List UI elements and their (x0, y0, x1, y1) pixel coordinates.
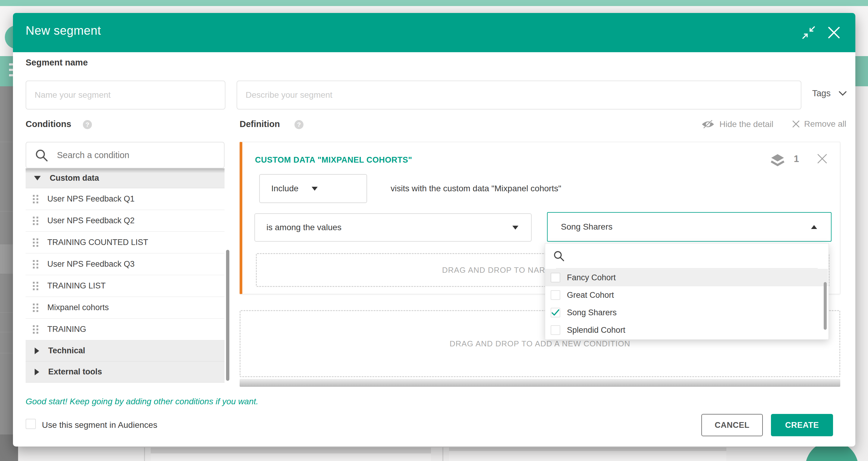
condition-item[interactable]: TRAINING LIST (26, 275, 224, 297)
include-value: Include (271, 184, 299, 193)
panel-divider (556, 268, 818, 268)
condition-item[interactable]: Mixpanel cohorts (26, 297, 224, 319)
eye-slash-icon (701, 119, 715, 129)
background-divider (442, 448, 443, 461)
conditions-scrollbar[interactable] (226, 250, 229, 381)
condition-item-label: User NPS Feedback Q2 (47, 216, 135, 225)
triangle-down-icon (34, 176, 41, 180)
background-card-header (151, 448, 431, 454)
background-card-body (449, 451, 726, 461)
cohort-option-label: Fancy Cohort (567, 273, 616, 282)
segment-name-label: Segment name (26, 58, 88, 67)
close-icon[interactable] (828, 26, 840, 39)
triangle-right-icon (35, 348, 39, 354)
check-icon (552, 309, 559, 316)
cohort-search-input[interactable] (569, 249, 806, 264)
condition-item-label: Mixpanel cohorts (47, 303, 109, 312)
cohort-option-label: Splendid Cohort (567, 325, 625, 335)
hint-text: Good start! Keep going by adding other c… (26, 397, 258, 406)
caret-up-icon (811, 225, 817, 229)
group-label: Technical (48, 346, 85, 355)
condition-item[interactable]: TRAINING (26, 319, 224, 340)
tags-label: Tags (812, 88, 831, 98)
conditions-label: Conditions (26, 119, 71, 129)
modal-header: New segment (13, 13, 855, 52)
cohort-option[interactable]: Great Cohort (545, 286, 828, 304)
audiences-label: Use this segment in Audiences (42, 420, 157, 430)
condition-search-input[interactable] (56, 144, 214, 166)
cohort-option-label: Great Cohort (567, 291, 614, 300)
cohort-option[interactable]: Song Sharers (545, 304, 828, 321)
definition-horizontal-scrollbar[interactable] (240, 379, 840, 387)
condition-card-title: CUSTOM DATA "MIXPANEL COHORTS" (255, 155, 412, 165)
background-card-header (449, 448, 726, 451)
add-condition-dropzone-text: DRAG AND DROP TO ADD A NEW CONDITION (450, 339, 630, 348)
checkbox-unchecked[interactable] (551, 290, 560, 300)
condition-item[interactable]: TRAINING COUNTED LIST (26, 232, 224, 253)
value-select[interactable]: Song Sharers (547, 212, 832, 242)
condition-sentence: visits with the custom data "Mixpanel co… (391, 184, 561, 193)
segment-description-input[interactable] (237, 81, 801, 110)
remove-condition-icon[interactable] (816, 153, 828, 165)
segment-name-input[interactable] (26, 81, 225, 110)
cohort-option-label: Song Sharers (567, 308, 617, 317)
group-label: Custom data (50, 173, 99, 183)
modal-title: New segment (26, 24, 101, 37)
narrow-dropzone-text: DRAG AND DROP TO NAR (442, 265, 545, 275)
x-icon (792, 120, 800, 128)
condition-item[interactable]: User NPS Feedback Q2 (26, 210, 224, 232)
condition-item-label: TRAINING COUNTED LIST (47, 238, 148, 247)
search-icon (35, 148, 49, 162)
background-top-strip (0, 0, 868, 6)
tags-dropdown[interactable]: Tags (812, 88, 847, 98)
cohort-option[interactable]: Fancy Cohort (545, 269, 828, 286)
drag-handle-icon (33, 304, 38, 312)
chevron-down-icon (838, 91, 847, 96)
checkbox-unchecked[interactable] (551, 273, 560, 282)
panel-scrollbar[interactable] (824, 282, 827, 330)
condition-item[interactable]: User NPS Feedback Q1 (26, 188, 224, 210)
definition-help-icon[interactable]: ? (294, 120, 304, 129)
definition-label: Definition (240, 119, 280, 129)
caret-down-icon (312, 187, 318, 191)
drag-handle-icon (33, 238, 38, 247)
group-label: External tools (48, 367, 102, 377)
drag-handle-icon (33, 217, 38, 225)
condition-item-label: User NPS Feedback Q1 (47, 194, 135, 204)
operator-select[interactable]: is among the values (254, 213, 532, 242)
condition-item[interactable]: User NPS Feedback Q3 (26, 253, 224, 275)
remove-all-label: Remove all (804, 119, 846, 129)
conditions-help-icon[interactable]: ? (83, 120, 92, 129)
triangle-right-icon (35, 369, 39, 375)
condition-item-label: TRAINING LIST (47, 281, 106, 291)
checkbox-unchecked[interactable] (551, 325, 560, 335)
collapse-icon[interactable] (802, 26, 815, 39)
layer-count: 1 (794, 153, 799, 165)
new-segment-modal: New segment Segment name Tags Conditions… (13, 13, 855, 446)
condition-item-label: TRAINING (47, 325, 86, 334)
drag-handle-icon (33, 195, 38, 203)
drag-handle-icon (33, 260, 38, 268)
audiences-checkbox[interactable] (26, 419, 36, 429)
group-custom-data[interactable]: Custom data (26, 168, 224, 188)
group-external-tools[interactable]: External tools (26, 362, 224, 382)
cohort-option[interactable]: Splendid Cohort (545, 321, 828, 339)
cohort-dropdown-panel: Fancy Cohort Great Cohort Song Sharers S… (545, 243, 829, 340)
remove-all-button[interactable]: Remove all (792, 119, 846, 129)
create-button[interactable]: CREATE (771, 414, 833, 436)
include-select[interactable]: Include (259, 174, 367, 203)
hide-detail-button[interactable]: Hide the detail (701, 119, 773, 129)
hide-detail-label: Hide the detail (719, 119, 773, 129)
group-technical[interactable]: Technical (26, 340, 224, 362)
drag-handle-icon (33, 282, 38, 290)
conditions-list: Custom data User NPS Feedback Q1 User NP… (26, 168, 224, 382)
value-selected: Song Sharers (561, 222, 613, 232)
checkbox-checked[interactable] (551, 308, 560, 317)
caret-down-icon (513, 226, 518, 230)
background-divider (144, 448, 145, 461)
layers-icon (770, 153, 785, 166)
condition-search-box[interactable] (26, 142, 224, 168)
operator-value: is among the values (267, 223, 341, 232)
cancel-button[interactable]: CANCEL (701, 414, 763, 436)
background-card-body (151, 454, 431, 461)
